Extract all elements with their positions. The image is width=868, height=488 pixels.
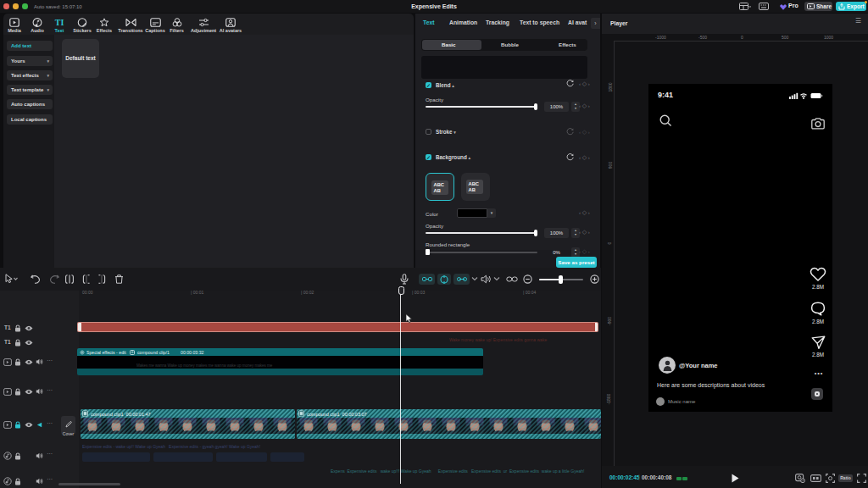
svg-text:compound clip1 00:00:03:07: compound clip1 00:00:03:07	[307, 412, 367, 417]
svg-text:compound clip1 00:00:01:47: compound clip1 00:00:01:47	[91, 412, 151, 417]
